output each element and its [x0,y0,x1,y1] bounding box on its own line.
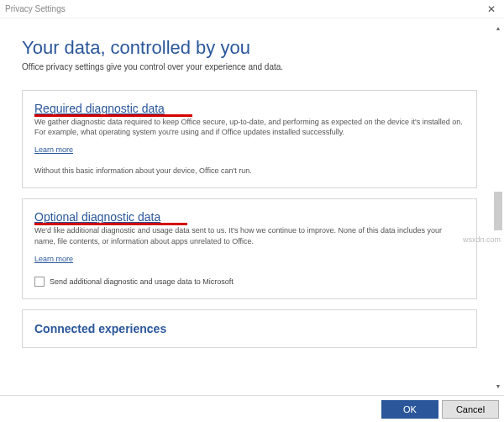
page-heading: Your data, controlled by you [22,37,477,59]
connected-card: Connected experiences [22,309,477,348]
scroll-up-icon[interactable]: ▲ [494,24,502,32]
optional-learn-more-link[interactable]: Learn more [34,255,73,263]
scrollbar-thumb[interactable] [494,192,502,230]
footer: OK Cancel [0,395,504,422]
content-wrap: Your data, controlled by you Office priv… [0,18,504,395]
checkbox-label: Send additional diagnostic and usage dat… [50,277,234,286]
annotation-underline [34,223,187,225]
scroll-down-icon[interactable]: ▼ [494,382,502,390]
annotation-underline [34,114,192,117]
page-subtitle: Office privacy settings give you control… [22,62,477,71]
checkbox-row: Send additional diagnostic and usage dat… [34,277,465,287]
scrollbar[interactable]: ▲ ▼ [494,24,502,390]
optional-desc: We'd like additional diagnostic and usag… [34,225,465,245]
required-note: Without this basic information about you… [34,166,465,176]
send-data-checkbox[interactable] [34,277,45,287]
ok-button[interactable]: OK [381,400,438,419]
required-card: Required diagnostic data We gather diagn… [22,90,477,188]
required-learn-more-link[interactable]: Learn more [34,145,73,154]
title-bar: Privacy Settings ✕ [0,0,504,18]
optional-card: Optional diagnostic data We'd like addit… [22,198,477,298]
optional-title: Optional diagnostic data [34,210,160,224]
window-title: Privacy Settings [5,4,66,13]
connected-title: Connected experiences [34,322,465,335]
required-desc: We gather diagnostic data required to ke… [34,117,465,137]
required-title: Required diagnostic data [34,102,165,115]
close-icon[interactable]: ✕ [484,3,499,15]
scroll-area: Your data, controlled by you Office priv… [0,18,492,395]
cancel-button[interactable]: Cancel [442,400,499,419]
watermark: wsxdn.com [463,235,501,244]
